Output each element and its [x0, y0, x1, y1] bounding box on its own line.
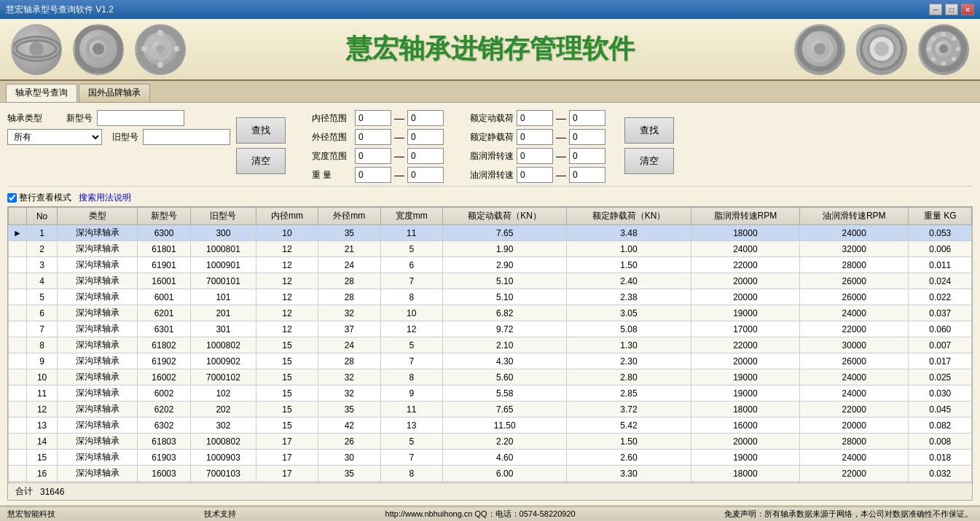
- row-arrow: [9, 418, 27, 434]
- cell-3: 1000901: [191, 257, 256, 273]
- dyn-load-from[interactable]: [517, 110, 553, 126]
- table-row[interactable]: 5深沟球轴承6001101122885.102.3820000260000.02…: [9, 289, 972, 305]
- cell-4: 17: [256, 466, 318, 482]
- weight-to[interactable]: [407, 167, 444, 183]
- clear-button-right[interactable]: 清空: [624, 148, 674, 174]
- table-row[interactable]: 8深沟球轴承618021000802152452.101.30220003000…: [9, 337, 972, 353]
- dyn-load-to[interactable]: [569, 110, 605, 126]
- table-row[interactable]: 12深沟球轴承62022021535117.653.7218000220000.…: [9, 401, 972, 418]
- inner-dia-from[interactable]: [355, 110, 391, 126]
- company-name: 慧宏智能科技: [7, 509, 55, 520]
- table-row[interactable]: 13深沟球轴承630230215421311.505.4216000200000…: [9, 418, 972, 434]
- cell-11: 0.017: [909, 353, 972, 369]
- titlebar-title: 慧宏轴承型号查询软件 V1.2: [6, 4, 114, 16]
- table-row[interactable]: 9深沟球轴承619021000902152874.302.30200002600…: [9, 353, 972, 369]
- old-model-input[interactable]: [143, 129, 230, 145]
- minimize-button[interactable]: ─: [929, 4, 942, 15]
- table-row[interactable]: ►1深沟球轴承63003001035117.653.4818000240000.…: [9, 225, 972, 241]
- weight-label: 重 量: [312, 169, 352, 181]
- tab-foreign-brand[interactable]: 国外品牌轴承: [79, 84, 150, 102]
- weight-row: 重 量 —: [312, 167, 444, 183]
- cell-5: 32: [318, 369, 380, 385]
- cell-8: 2.80: [567, 369, 691, 385]
- search-button-right[interactable]: 查找: [624, 117, 674, 144]
- bearing-image-3: [135, 24, 186, 75]
- cell-6: 6: [380, 257, 442, 273]
- full-view-checkbox[interactable]: [7, 193, 17, 203]
- outer-dia-from[interactable]: [355, 129, 391, 145]
- outer-dia-row: 外径范围 —: [312, 129, 444, 145]
- grease-speed-to[interactable]: [569, 148, 605, 164]
- weight-from[interactable]: [355, 167, 391, 183]
- cell-7: 5.60: [442, 369, 566, 385]
- cell-9: 18000: [691, 401, 799, 418]
- search-help-link[interactable]: 搜索用法说明: [79, 192, 131, 204]
- table-row[interactable]: 15深沟球轴承619031000903173074.602.6019000240…: [9, 450, 972, 466]
- right-buttons: 查找 清空: [624, 110, 674, 174]
- cell-8: 2.38: [567, 289, 691, 305]
- row-arrow: [9, 241, 27, 257]
- table-row[interactable]: 6深沟球轴承62012011232106.823.0519000240000.0…: [9, 305, 972, 321]
- cell-6: 5: [380, 434, 442, 450]
- cell-0: 8: [26, 337, 57, 353]
- cell-10: 28000: [800, 434, 909, 450]
- table-row[interactable]: 16深沟球轴承160037000103173586.003.3018000220…: [9, 466, 972, 482]
- old-model-label: 旧型号: [112, 131, 138, 144]
- full-view-label[interactable]: 整行查看模式: [7, 192, 71, 204]
- cell-4: 12: [256, 305, 318, 321]
- cell-1: 深沟球轴承: [58, 273, 137, 289]
- cell-9: 19000: [691, 305, 799, 321]
- cell-9: 19000: [691, 450, 799, 466]
- row-arrow: [9, 369, 27, 385]
- cell-9: 20000: [691, 434, 799, 450]
- cell-1: 深沟球轴承: [58, 466, 137, 482]
- oil-speed-to[interactable]: [569, 167, 605, 183]
- cell-1: 深沟球轴承: [58, 353, 137, 369]
- row-arrow: ►: [9, 225, 27, 241]
- table-container[interactable]: No 类型 新型号 旧型号 内径mm 外径mm 宽度mm 额定动载荷（KN） 额…: [7, 206, 973, 483]
- bearing-image-4: [794, 24, 845, 75]
- cell-8: 1.50: [567, 257, 691, 273]
- cell-9: 18000: [691, 466, 799, 482]
- table-row[interactable]: 2深沟球轴承618011000801122151.901.00240003200…: [9, 241, 972, 257]
- table-row[interactable]: 14深沟球轴承618031000802172652.201.5020000280…: [9, 434, 972, 450]
- oil-speed-from[interactable]: [517, 167, 553, 183]
- grease-speed-from[interactable]: [517, 148, 553, 164]
- cell-3: 1000802: [191, 434, 256, 450]
- width-from[interactable]: [355, 148, 391, 164]
- cell-9: 16000: [691, 418, 799, 434]
- cell-11: 0.037: [909, 305, 972, 321]
- cell-8: 2.85: [567, 385, 691, 401]
- cell-7: 4.60: [442, 450, 566, 466]
- cell-8: 3.72: [567, 401, 691, 418]
- range-form-left: 内径范围 — 外径范围 — 宽度范围 — 重 量 —: [312, 110, 444, 183]
- cell-1: 深沟球轴承: [58, 337, 137, 353]
- svg-point-28: [952, 36, 956, 41]
- support-label: 技术支持: [204, 509, 236, 520]
- cell-7: 5.58: [442, 385, 566, 401]
- svg-point-23: [941, 61, 946, 66]
- width-to[interactable]: [407, 148, 444, 164]
- cell-8: 2.40: [567, 273, 691, 289]
- cell-5: 37: [318, 321, 380, 337]
- table-row[interactable]: 7深沟球轴承63013011237129.725.0817000220000.0…: [9, 321, 972, 337]
- cell-10: 26000: [800, 273, 909, 289]
- table-row[interactable]: 4深沟球轴承160017000101122875.102.40200002600…: [9, 273, 972, 289]
- static-load-from[interactable]: [517, 129, 553, 145]
- inner-dia-to[interactable]: [407, 110, 444, 126]
- clear-button-left[interactable]: 清空: [236, 148, 286, 174]
- outer-dia-to[interactable]: [407, 129, 444, 145]
- tab-bearing-query[interactable]: 轴承型号查询: [6, 84, 77, 102]
- static-load-to[interactable]: [569, 129, 605, 145]
- close-button[interactable]: ✕: [961, 4, 974, 15]
- bearing-type-select[interactable]: 所有 深沟球轴承 角接触球轴承 圆柱滚子轴承 圆锥滚子轴承: [7, 129, 102, 145]
- maximize-button[interactable]: □: [945, 4, 958, 15]
- cell-1: 深沟球轴承: [58, 321, 137, 337]
- cell-9: 19000: [691, 385, 799, 401]
- disclaimer: 免麦声明：所有轴承数据来源于网络，本公司对数据准确性不作保证。: [724, 509, 973, 520]
- table-row[interactable]: 10深沟球轴承160027000102153285.602.8019000240…: [9, 369, 972, 385]
- new-model-input[interactable]: [97, 110, 184, 126]
- table-row[interactable]: 3深沟球轴承619011000901122462.901.50220002800…: [9, 257, 972, 273]
- table-row[interactable]: 11深沟球轴承6002102153295.582.8519000240000.0…: [9, 385, 972, 401]
- search-button-left[interactable]: 查找: [236, 117, 286, 144]
